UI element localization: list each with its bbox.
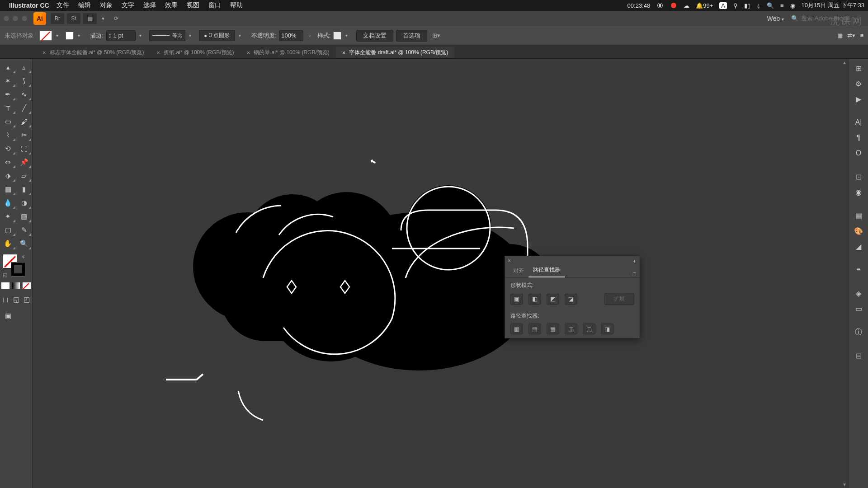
outline-button[interactable]: ▢ — [583, 324, 595, 334]
libraries-panel-icon[interactable]: ⚙ — [849, 76, 868, 91]
fill-stroke-control[interactable]: ⤭ ◱ — [3, 254, 32, 280]
swatches-panel-icon[interactable]: ▦ — [849, 208, 868, 223]
gradient-tool[interactable]: ▮ — [16, 183, 33, 196]
perspective-tool[interactable]: ▱ — [16, 169, 33, 183]
panel-menu-icon[interactable]: ≡ — [632, 270, 640, 277]
opentype-panel-icon[interactable]: O — [849, 145, 868, 161]
gradient-panel-icon[interactable]: ◢ — [849, 239, 868, 254]
siri-icon[interactable]: ◉ — [790, 2, 795, 9]
divide-button[interactable]: ▥ — [510, 324, 523, 334]
swap-fill-stroke-icon[interactable]: ⤭ — [21, 254, 25, 260]
recording-timer[interactable]: 00:23:48 — [627, 2, 651, 9]
menu-select[interactable]: 选择 — [143, 1, 156, 9]
screen-mode-icon[interactable]: ▣ — [0, 309, 16, 323]
menu-type[interactable]: 文字 — [122, 1, 134, 9]
notification-count[interactable]: 🔔99+ — [696, 2, 713, 9]
character-panel-icon[interactable]: A| — [849, 115, 868, 130]
hand-tool[interactable]: ✋ — [0, 237, 16, 250]
transform-panel-icon[interactable]: ⊡ — [849, 169, 868, 184]
arrange-documents-button[interactable]: ▦ — [83, 13, 97, 24]
mesh-tool[interactable]: ▦ — [0, 183, 16, 196]
info-panel-icon[interactable]: ⓘ — [849, 324, 868, 340]
exclude-button[interactable]: ◪ — [565, 294, 577, 305]
type-tool[interactable]: T — [0, 101, 16, 115]
eyedropper-tool[interactable]: 💧 — [0, 196, 16, 210]
zoom-tool[interactable]: 🔍 — [16, 237, 33, 250]
shape-builder-tool[interactable]: ⬗ — [0, 169, 16, 183]
document-tab[interactable]: ×钢的琴.ai* @ 100% (RGB/预览) — [241, 47, 336, 58]
pen-tool[interactable]: ✒ — [0, 88, 16, 101]
blend-tool[interactable]: ◑ — [16, 196, 33, 210]
draw-inside-icon[interactable]: ◰ — [21, 293, 32, 306]
paragraph-panel-icon[interactable]: ¶ — [849, 130, 868, 145]
stroke-weight-dropdown[interactable]: ▾ — [137, 31, 144, 41]
color-panel-icon[interactable]: 🎨 — [849, 223, 868, 239]
appearance-panel-icon[interactable]: ◉ — [849, 184, 868, 200]
stroke-weight-stepper[interactable]: ▲▼ — [106, 30, 136, 41]
width-profile-dropdown[interactable]: ▾ — [187, 31, 193, 41]
window-controls[interactable] — [4, 16, 27, 21]
document-setup-button[interactable]: 文档设置 — [356, 30, 393, 42]
brush-definition[interactable]: ● 3 点圆形 — [199, 30, 235, 41]
merge-button[interactable]: ▦ — [547, 324, 559, 334]
menu-window[interactable]: 窗口 — [208, 1, 221, 9]
eraser-tool[interactable]: ✂ — [16, 128, 33, 142]
draw-behind-icon[interactable]: ◱ — [11, 293, 22, 306]
variable-width-profile[interactable]: 等比 — [149, 30, 185, 41]
properties-panel-icon[interactable]: ⊞ — [849, 61, 868, 76]
rotate-tool[interactable]: ⟲ — [0, 142, 16, 155]
unite-button[interactable]: ▣ — [510, 294, 523, 305]
document-tab[interactable]: ×折纸.ai* @ 100% (RGB/预览) — [150, 47, 240, 58]
panel-collapse-icon[interactable]: ⏴ — [632, 258, 637, 263]
trim-button[interactable]: ▤ — [528, 324, 541, 334]
arrange-dropdown[interactable]: ▾ — [99, 13, 107, 24]
menu-file[interactable]: 文件 — [57, 1, 69, 9]
bridge-button[interactable]: Br — [51, 13, 64, 24]
spotlight-icon[interactable]: 🔍 — [767, 2, 774, 9]
pathfinder-tab[interactable]: 路径查找器 — [528, 263, 565, 277]
artwork-vector[interactable] — [166, 174, 555, 373]
input-source[interactable]: A — [719, 2, 727, 9]
default-fill-stroke-icon[interactable]: ◱ — [3, 272, 7, 278]
menu-help[interactable]: 帮助 — [230, 1, 243, 9]
rectangle-tool[interactable]: ▭ — [0, 115, 16, 128]
preferences-button[interactable]: 首选项 — [396, 30, 427, 42]
column-graph-tool[interactable]: ▥ — [16, 210, 33, 223]
bluetooth-icon[interactable]: ⚲ — [733, 2, 738, 9]
canvas[interactable]: ⬉ — [33, 59, 848, 488]
workspace-switcher[interactable]: Web ▾ — [767, 15, 784, 22]
menu-effect[interactable]: 效果 — [165, 1, 178, 9]
document-tab-active[interactable]: ×字体全能番 draft.ai* @ 100% (RGB/预览) — [336, 47, 455, 58]
slice-tool[interactable]: ✎ — [16, 223, 33, 237]
symbol-sprayer-tool[interactable]: ✦ — [0, 210, 16, 223]
selection-tool[interactable]: ▴ — [0, 61, 16, 74]
record-icon[interactable] — [671, 3, 676, 8]
battery-icon[interactable]: ▮▯ — [744, 2, 750, 9]
fill-swatch[interactable] — [39, 31, 52, 41]
layers-panel-icon[interactable]: ◈ — [849, 286, 868, 301]
shaper-tool[interactable]: ⌇ — [0, 128, 16, 142]
stroke-swatch[interactable] — [66, 32, 74, 40]
menu-object[interactable]: 对象 — [100, 1, 113, 9]
pathfinder-panel[interactable]: × ⏴ 对齐 路径查找器 ≡ 形状模式: ▣ ◧ ◩ ◪ 扩展 路径查找器: ▥… — [505, 256, 640, 338]
lasso-tool[interactable]: ⟆ — [16, 74, 33, 88]
free-transform-tool[interactable]: 📌 — [16, 155, 33, 169]
scroll-down-icon[interactable]: ▼ — [841, 481, 848, 488]
graphic-style-swatch[interactable] — [333, 32, 341, 40]
expand-button[interactable]: 扩展 — [604, 293, 634, 305]
align-to-icon[interactable]: ⊞▾ — [432, 32, 440, 39]
panel-close-icon[interactable]: × — [508, 258, 511, 264]
search-input[interactable] — [801, 15, 864, 22]
color-mode-none[interactable] — [22, 282, 31, 289]
draw-normal-icon[interactable]: ◻ — [0, 293, 11, 306]
isolate-icon[interactable]: ▦ — [837, 32, 843, 39]
actions-panel-icon[interactable]: ▶ — [849, 91, 868, 107]
control-center-icon[interactable]: ≡ — [780, 2, 784, 9]
close-icon[interactable]: × — [247, 49, 250, 56]
stroke-panel-icon[interactable]: ≡ — [849, 262, 868, 277]
wifi-icon[interactable]: ⏚ — [757, 2, 760, 9]
clock[interactable]: 10月15日 周五 下午7:33 — [802, 1, 864, 9]
intersect-button[interactable]: ◩ — [547, 294, 559, 305]
document-tab[interactable]: ×标志字体全能番.ai* @ 50% (RGB/预览) — [36, 47, 150, 58]
direct-selection-tool[interactable]: ▵ — [16, 61, 33, 74]
